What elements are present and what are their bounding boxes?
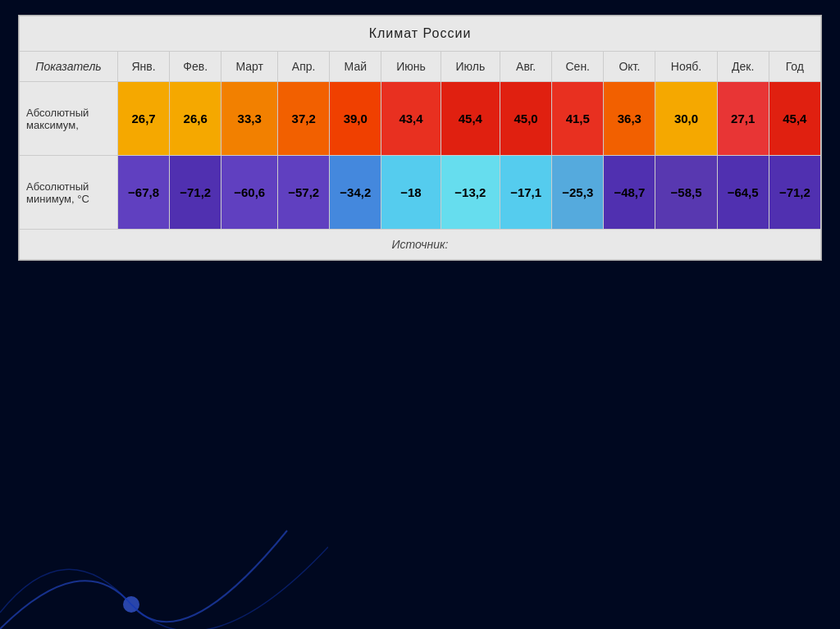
header-sep: Сен. — [552, 52, 604, 82]
header-nov: Нояб. — [655, 52, 717, 82]
min-apr: −57,2 — [278, 156, 330, 230]
max-may: 39,0 — [330, 82, 381, 156]
max-apr: 37,2 — [278, 82, 330, 156]
min-oct: −48,7 — [604, 156, 655, 230]
header-dec: Дек. — [717, 52, 769, 82]
max-year: 45,4 — [769, 82, 820, 156]
max-jul: 45,4 — [441, 82, 500, 156]
header-jan: Янв. — [118, 52, 170, 82]
min-may: −34,2 — [330, 156, 381, 230]
header-jun: Июнь — [381, 52, 441, 82]
header-oct: Окт. — [604, 52, 655, 82]
max-row: Абсолютный максимум, 26,7 26,6 33,3 37,2… — [20, 82, 821, 156]
min-nov: −58,5 — [655, 156, 717, 230]
header-mar: Март — [221, 52, 278, 82]
svg-point-0 — [123, 596, 139, 613]
climate-table-wrapper: Климат России Показатель Янв. Фев. Март … — [18, 15, 822, 261]
header-aug: Авг. — [500, 52, 552, 82]
min-jul: −13,2 — [441, 156, 500, 230]
min-year: −71,2 — [769, 156, 820, 230]
min-dec: −64,5 — [717, 156, 769, 230]
min-aug: −17,1 — [500, 156, 552, 230]
max-jan: 26,7 — [118, 82, 170, 156]
climate-table: Климат России Показатель Янв. Фев. Март … — [19, 16, 821, 260]
header-year: Год — [769, 52, 820, 82]
max-aug: 45,0 — [500, 82, 552, 156]
min-sep: −25,3 — [552, 156, 604, 230]
header-jul: Июль — [441, 52, 500, 82]
source-text: Источник: — [20, 230, 821, 260]
min-feb: −71,2 — [170, 156, 221, 230]
table-title: Климат России — [20, 16, 821, 52]
title-row: Климат России — [20, 16, 821, 52]
header-row: Показатель Янв. Фев. Март Апр. Май Июнь … — [20, 52, 821, 82]
max-mar: 33,3 — [221, 82, 278, 156]
header-may: Май — [330, 52, 381, 82]
min-row: Абсолютный минимум, °С −67,8 −71,2 −60,6… — [20, 156, 821, 230]
header-indicator: Показатель — [20, 52, 118, 82]
max-nov: 30,0 — [655, 82, 717, 156]
footer-row: Источник: — [20, 230, 821, 260]
max-sep: 41,5 — [552, 82, 604, 156]
min-jun: −18 — [381, 156, 441, 230]
max-oct: 36,3 — [604, 82, 655, 156]
min-label: Абсолютный минимум, °С — [20, 156, 118, 230]
max-dec: 27,1 — [717, 82, 769, 156]
min-jan: −67,8 — [118, 156, 170, 230]
max-label: Абсолютный максимум, — [20, 82, 118, 156]
max-feb: 26,6 — [170, 82, 221, 156]
header-feb: Фев. — [170, 52, 221, 82]
header-apr: Апр. — [278, 52, 330, 82]
min-mar: −60,6 — [221, 156, 278, 230]
max-jun: 43,4 — [381, 82, 441, 156]
